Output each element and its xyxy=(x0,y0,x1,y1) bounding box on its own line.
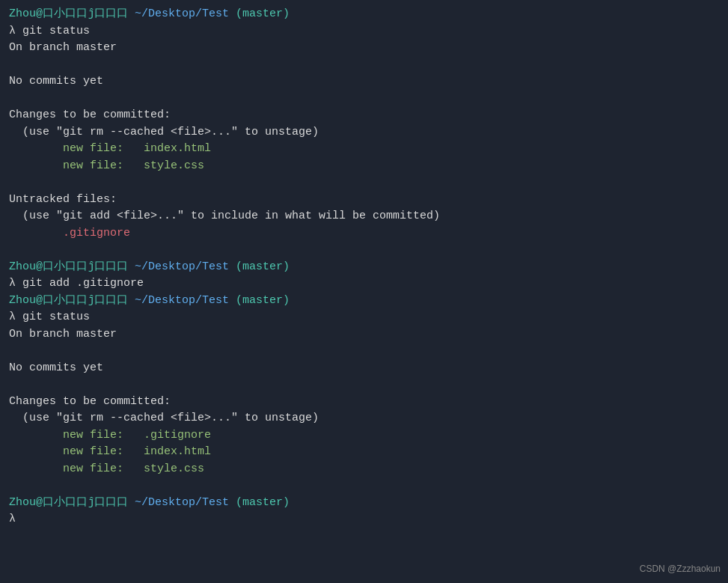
cmd-2: git add .gitignore xyxy=(22,277,144,290)
line-8: (use "git rm --cached <file>..." to unst… xyxy=(9,124,719,141)
line-9: new file: index.html xyxy=(9,141,719,158)
cmd-1: git status xyxy=(22,25,90,37)
line-30: Zhou@口小口口ĵ口口口 ~/Desktop/Test (master) xyxy=(9,495,719,512)
prompt-path-4: ~/Desktop/Test xyxy=(135,496,229,509)
line-27: new file: index.html xyxy=(9,444,719,461)
prompt-branch-4: (master) xyxy=(236,496,290,509)
lambda-4: λ xyxy=(9,513,16,525)
line-20: On branch master xyxy=(9,326,719,344)
line-22: No commits yet xyxy=(9,360,719,377)
line-17: λ git add .gitignore xyxy=(9,275,719,293)
line-5: No commits yet xyxy=(9,73,719,91)
filename-5: style.css xyxy=(144,463,204,475)
filename-2: style.css xyxy=(144,159,204,172)
line-24: Changes to be committed: xyxy=(9,394,719,411)
line-26: new file: .gitignore xyxy=(9,427,719,445)
prompt-branch-3: (master) xyxy=(236,294,290,307)
line-7: Changes to be committed: xyxy=(9,107,719,124)
line-12: Untracked files: xyxy=(9,192,719,209)
prompt-user-3: Zhou@口小口口ĵ口口口 xyxy=(9,294,128,307)
terminal: Zhou@口小口口ĵ口口口 ~/Desktop/Test (master) λ … xyxy=(0,0,728,583)
prompt-path-2: ~/Desktop/Test xyxy=(135,260,229,273)
new-file-label-3: new file: xyxy=(9,429,144,442)
line-blank-4 xyxy=(9,242,719,259)
lambda-1: λ xyxy=(9,25,16,37)
line-2: λ git status xyxy=(9,23,719,40)
prompt-branch-1: (master) xyxy=(236,7,290,20)
lambda-3: λ xyxy=(9,311,16,323)
line-10: new file: style.css xyxy=(9,158,719,175)
line-blank-1 xyxy=(9,57,719,74)
line-28: new file: style.css xyxy=(9,461,719,478)
line-14: .gitignore xyxy=(9,225,719,242)
prompt-branch-2: (master) xyxy=(236,260,290,273)
line-19: λ git status xyxy=(9,309,719,326)
prompt-user-2: Zhou@口小口口ĵ口口口 xyxy=(9,260,128,273)
line-blank-3 xyxy=(9,174,719,192)
line-blank-2 xyxy=(9,91,719,108)
line-13: (use "git add <file>..." to include in w… xyxy=(9,208,719,225)
new-file-label-2: new file: xyxy=(9,159,144,172)
line-blank-5 xyxy=(9,343,719,360)
line-18: Zhou@口小口口ĵ口口口 ~/Desktop/Test (master) xyxy=(9,293,719,310)
line-16: Zhou@口小口口ĵ口口口 ~/Desktop/Test (master) xyxy=(9,259,719,276)
line-blank-7 xyxy=(9,477,719,495)
prompt-path-3: ~/Desktop/Test xyxy=(135,294,229,307)
line-blank-6 xyxy=(9,376,719,394)
line-31: λ xyxy=(9,511,719,528)
line-3: On branch master xyxy=(9,40,719,57)
new-file-label-4: new file: xyxy=(9,445,144,458)
prompt-user-1: Zhou@口小口口ĵ口口口 xyxy=(9,7,128,20)
cmd-3: git status xyxy=(22,311,90,323)
watermark: CSDN @Zzzhaokun xyxy=(640,562,721,576)
lambda-2: λ xyxy=(9,277,16,290)
filename-1: index.html xyxy=(144,142,211,155)
filename-4: index.html xyxy=(144,445,211,458)
line-1: Zhou@口小口口ĵ口口口 ~/Desktop/Test (master) xyxy=(9,6,719,23)
line-25: (use "git rm --cached <file>..." to unst… xyxy=(9,410,719,427)
filename-3: .gitignore xyxy=(144,429,211,442)
gitignore-filename: .gitignore xyxy=(9,227,130,239)
new-file-label-5: new file: xyxy=(9,463,144,475)
new-file-label-1: new file: xyxy=(9,142,144,155)
prompt-path-1: ~/Desktop/Test xyxy=(135,7,229,20)
prompt-user-4: Zhou@口小口口ĵ口口口 xyxy=(9,496,128,509)
